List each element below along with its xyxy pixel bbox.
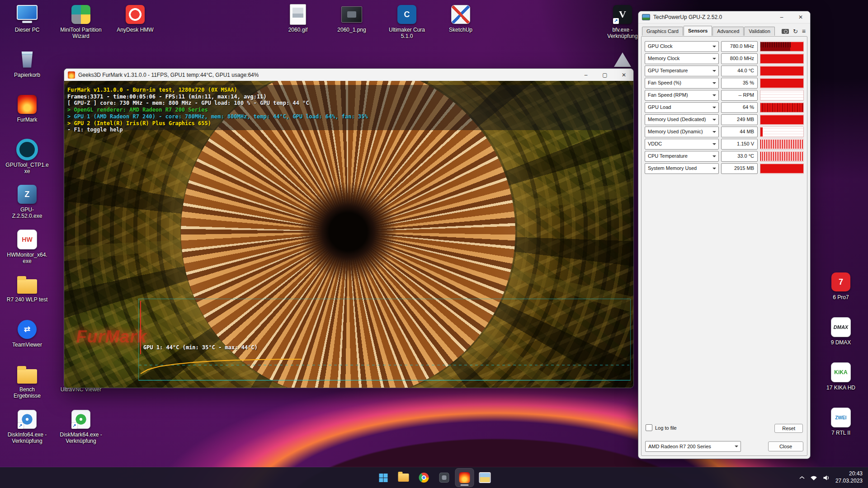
icon-label: DiskMark64.exe - Verknüpfung (59, 432, 103, 444)
desktop-icon-bench-ergebnisse[interactable]: Bench Ergebnisse (5, 363, 49, 399)
icon-label: MiniTool Partition Wizard (59, 27, 103, 39)
sensor-graph (760, 139, 804, 150)
furmark-icon (16, 94, 38, 115)
refresh-icon[interactable]: ↻ (793, 28, 798, 34)
maximize-button[interactable]: ▢ (595, 69, 614, 81)
log-to-file[interactable]: Log to file (646, 424, 677, 431)
sensor-value: 44.0 °C (721, 66, 758, 76)
icon-label: AnyDesk HMW (117, 27, 153, 33)
triangle-icon (612, 49, 633, 70)
taskbar-chrome-button[interactable] (415, 469, 433, 487)
sensor-select-cpu-temperature[interactable]: CPU Temperature (645, 151, 719, 162)
sensors-panel: GPU Clock780.0 MHzMemory Clock800.0 MHzG… (641, 36, 807, 456)
icon-label: HWMonitor_x64.exe (5, 252, 49, 264)
desktop-icon-9-dmax[interactable]: DMAX9 DMAX (819, 316, 863, 346)
tab-advanced[interactable]: Advanced (712, 27, 744, 36)
desktop-icon-diskmark64-exe-verkn-pfung[interactable]: ↗DiskMark64.exe - Verknüpfung (59, 408, 103, 444)
furmark-app-icon (68, 71, 75, 79)
desktop-icon-gputool-ctp1-exe[interactable]: GPUTool_CTP1.exe (5, 139, 49, 174)
icon-label: Dieser PC (15, 27, 40, 33)
desktop-icon-gpu-z-2-52-0-exe[interactable]: ZGPU-Z.2.52.0.exe (5, 183, 49, 219)
taskbar-explorer-button[interactable] (395, 469, 413, 487)
sensor-graph-bar (760, 127, 763, 136)
taskbar-app-button[interactable] (435, 469, 453, 487)
sensor-graph-bar (760, 164, 803, 173)
taskbar-window-button[interactable] (476, 469, 494, 487)
desktop-icon-dieser-pc[interactable]: Dieser PC (5, 4, 49, 33)
reset-button[interactable]: Reset (774, 424, 803, 433)
desktop-icon-r7-240-wlp-test[interactable]: R7 240 WLP test (5, 273, 49, 303)
tab-sensors[interactable]: Sensors (684, 26, 712, 36)
minitool-icon (70, 4, 92, 25)
minimize-button[interactable]: – (576, 69, 595, 81)
gpuz-tab-bar: Graphics CardSensorsAdvancedValidation (642, 27, 775, 36)
folder-icon (16, 363, 38, 385)
teamviewer-icon: ⇄ (16, 319, 38, 340)
gpuz-toolbar: ↻ ≡ (782, 28, 806, 34)
screenshot-camera-icon[interactable] (782, 29, 789, 34)
furmark-render-area: FurMark v1.31.0.0 - Burn-in test, 1280x7… (64, 81, 633, 388)
desktop-icon-2060-1-png[interactable]: 2060_1.png (330, 4, 373, 33)
sensor-value: 1.150 V (721, 139, 758, 150)
sensor-graph (760, 163, 804, 174)
desktop-icon-ultimaker-cura-5-1-0[interactable]: CUltimaker Cura 5.1.0 (385, 4, 429, 39)
desktop-icon-sketchup[interactable]: SketchUp (439, 4, 482, 33)
desktop-icon-minitool-partition-wizard[interactable]: MiniTool Partition Wizard (59, 4, 103, 39)
gpu-device-select[interactable]: AMD Radeon R7 200 Series (645, 441, 741, 452)
shortcut-arrow-icon: ↗ (71, 423, 77, 429)
desktop-icon-2060-gif[interactable]: 2060.gif (276, 4, 320, 33)
furmark-watermark: FurMark (76, 327, 147, 347)
gpu-device-value: AMD Radeon R7 200 Series (648, 444, 711, 449)
desktop-icon-papierkorb[interactable]: Papierkorb (5, 49, 49, 78)
sensor-select-gpu-clock[interactable]: GPU Clock (645, 41, 719, 52)
desktop-icon-anydesk-hmw[interactable]: AnyDesk HMW (113, 4, 157, 33)
desktop-icon-furmark[interactable]: FurMark (5, 94, 49, 123)
close-window-button[interactable]: Close (768, 441, 803, 451)
disk-green-icon: ↗ (70, 408, 92, 430)
sensor-select-gpu-temperature[interactable]: GPU Temperature (645, 66, 719, 76)
sensor-select-vddc[interactable]: VDDC (645, 139, 719, 150)
desktop-icon-7-rtl-ii[interactable]: ZWEI7 RTL II (819, 407, 863, 436)
close-button[interactable]: ✕ (791, 11, 810, 23)
explorer-icon (398, 474, 409, 482)
furmark-titlebar[interactable]: Geeks3D FurMark v1.31.0.0 - 11FPS, GPU1 … (64, 69, 633, 81)
dark-app-icon (439, 473, 449, 483)
menu-icon[interactable]: ≡ (802, 28, 806, 34)
sensor-select-memory-used-dynamic[interactable]: Memory Used (Dynamic) (645, 127, 719, 137)
desktop-icon-teamviewer[interactable]: ⇄TeamViewer (5, 319, 49, 348)
desktop-icon-17-kika-hd[interactable]: KiKA17 KIKA HD (819, 361, 863, 391)
sensor-select-fan-speed[interactable]: Fan Speed (%) (645, 78, 719, 89)
hwmonitor-icon: HW (16, 229, 38, 250)
close-button[interactable]: ✕ (614, 69, 633, 81)
desktop-icon-6-pro7[interactable]: 76 Pro7 (819, 271, 863, 300)
icon-label: R7 240 WLP test (7, 296, 48, 303)
icon-label: Ultimaker Cura 5.1.0 (385, 27, 429, 39)
sensor-select-system-memory-used[interactable]: System Memory Used (645, 163, 719, 174)
tab-validation[interactable]: Validation (744, 27, 775, 36)
window-app-icon (479, 472, 491, 483)
sensor-select-memory-used-dedicated[interactable]: Memory Used (Dedicated) (645, 114, 719, 125)
sensor-value: 33.0 °C (721, 151, 758, 162)
bfv-icon: V↗ (612, 4, 633, 25)
furmark-window: Geeks3D FurMark v1.31.0.0 - 11FPS, GPU1 … (64, 68, 634, 388)
sensor-select-fan-speed-rpm[interactable]: Fan Speed (RPM) (645, 90, 719, 101)
sensor-graph (760, 127, 804, 137)
network-wifi-icon[interactable] (810, 475, 818, 481)
sensor-select-gpu-load[interactable]: GPU Load (645, 102, 719, 113)
volume-icon[interactable] (823, 475, 830, 481)
taskbar-furmark-button[interactable] (456, 469, 474, 487)
desktop-icon-hwmonitor-x64-exe[interactable]: HWHWMonitor_x64.exe (5, 229, 49, 264)
hidden-icons-chevron-icon[interactable] (799, 476, 805, 479)
rtlzwei-icon: ZWEI (830, 407, 852, 428)
gpuz-titlebar[interactable]: TechPowerUp GPU-Z 2.52.0 – ✕ (638, 11, 810, 23)
taskbar-clock[interactable]: 20:43 27.03.2023 (835, 470, 864, 484)
desktop-icon-diskinfo64-exe-verkn-pfung[interactable]: ↗DiskInfo64.exe - Verknüpfung (5, 408, 49, 444)
minimize-button[interactable]: – (772, 11, 791, 23)
tab-graphics-card[interactable]: Graphics Card (642, 27, 683, 36)
taskbar-start-button[interactable] (374, 469, 392, 487)
sensor-value: 64 % (721, 102, 758, 113)
sensor-select-memory-clock[interactable]: Memory Clock (645, 53, 719, 64)
log-checkbox[interactable] (646, 424, 652, 431)
recycle-bin-icon (16, 49, 38, 70)
kika-icon: KiKA (830, 361, 852, 383)
